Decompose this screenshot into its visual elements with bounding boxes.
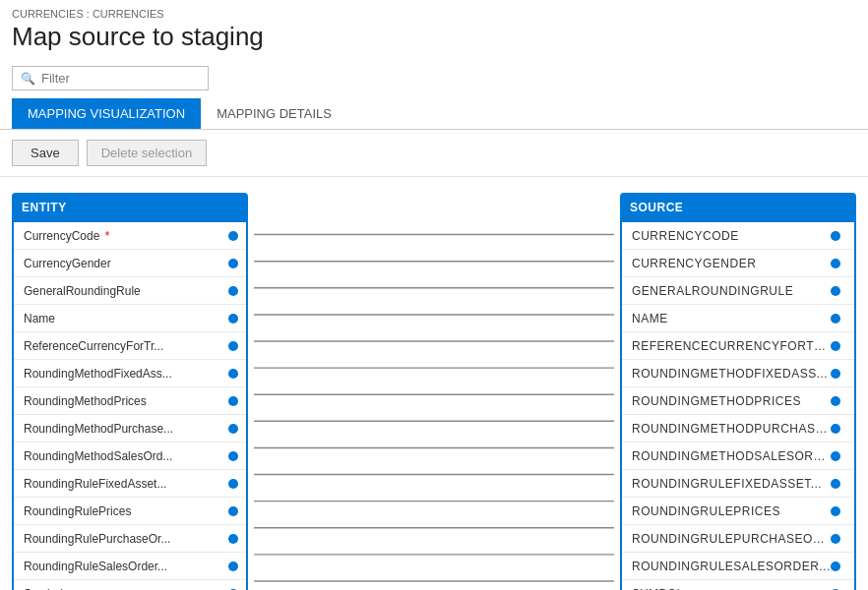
entity-row: CurrencyCode * <box>14 222 246 250</box>
entity-row-dot <box>228 341 238 351</box>
entity-row-dot <box>228 424 238 434</box>
entity-row: ReferenceCurrencyForTr... <box>14 332 246 360</box>
source-row-dot <box>831 369 840 379</box>
entity-row-label: RoundingRulePurchaseOr... <box>24 532 222 546</box>
entity-row: Name <box>14 305 246 332</box>
filter-input[interactable] <box>41 71 199 86</box>
source-row: NAME <box>622 305 854 332</box>
entity-row-dot <box>228 314 238 324</box>
source-row-dot <box>831 534 840 544</box>
entity-row-dot <box>228 369 238 379</box>
mapping-area: ENTITY CurrencyCode * CurrencyGender Gen… <box>0 177 868 590</box>
entity-row-label: GeneralRoundingRule <box>24 284 222 298</box>
source-row-label: ROUNDINGRULESALESORDER... <box>632 560 831 573</box>
source-row-label: CURRENCYGENDER <box>632 257 831 270</box>
breadcrumb: CURRENCIES : CURRENCIES <box>0 0 868 22</box>
entity-panel: ENTITY CurrencyCode * CurrencyGender Gen… <box>12 193 248 590</box>
entity-row: RoundingRuleSalesOrder... <box>14 553 246 580</box>
source-row: ROUNDINGRULESALESORDER... <box>622 553 854 580</box>
source-row-dot <box>831 506 840 516</box>
source-row-label: ROUNDINGRULEPRICES <box>632 504 831 518</box>
source-row: REFERENCECURRENCYFORTR... <box>622 332 854 360</box>
entity-row: RoundingRuleFixedAsset... <box>14 470 246 498</box>
page-title: Map source to staging <box>0 22 868 60</box>
source-panel-header: SOURCE <box>620 193 856 222</box>
source-row: GENERALROUNDINGRULE <box>622 277 854 305</box>
entity-row-label: ReferenceCurrencyForTr... <box>24 339 222 353</box>
entity-row-dot <box>228 259 238 268</box>
source-row: ROUNDINGRULEFIXEDASSET... <box>622 470 854 498</box>
source-row-dot <box>831 451 840 461</box>
connector-svg <box>248 193 620 590</box>
delete-selection-button[interactable]: Delete selection <box>87 140 208 166</box>
entity-row-label: RoundingMethodPrices <box>24 394 222 408</box>
entity-row-label: RoundingRulePrices <box>24 504 222 518</box>
source-row-label: ROUNDINGMETHODSALESORD... <box>632 449 831 463</box>
source-row-label: ROUNDINGRULEPURCHASEOR... <box>632 532 831 546</box>
source-row-dot <box>831 286 840 296</box>
entity-row: RoundingMethodPrices <box>14 387 246 415</box>
source-row-label: REFERENCECURRENCYFORTR... <box>632 339 831 353</box>
source-row: ROUNDINGMETHODFIXEDASS... <box>622 360 854 387</box>
search-icon: 🔍 <box>21 72 35 86</box>
source-row: ROUNDINGRULEPRICES <box>622 498 854 525</box>
required-star: * <box>101 229 109 243</box>
panels-container: ENTITY CurrencyCode * CurrencyGender Gen… <box>12 193 856 590</box>
entity-row-label: Name <box>24 312 222 325</box>
entity-row-dot <box>228 231 238 241</box>
entity-row-label: RoundingMethodPurchase... <box>24 422 222 436</box>
entity-row: RoundingRulePurchaseOr... <box>14 525 246 553</box>
source-row-dot <box>831 424 840 434</box>
entity-panel-rows: CurrencyCode * CurrencyGender GeneralRou… <box>12 222 248 590</box>
tab-mapping-details[interactable]: MAPPING DETAILS <box>201 98 347 129</box>
source-row-label: CURRENCYCODE <box>632 229 831 243</box>
source-panel-rows: CURRENCYCODE CURRENCYGENDER GENERALROUND… <box>620 222 856 590</box>
entity-row-dot <box>228 506 238 516</box>
entity-row-label: RoundingRuleFixedAsset... <box>24 477 222 491</box>
source-row-dot <box>831 479 840 489</box>
connector-lines-area <box>248 193 620 590</box>
entity-row-label: RoundingRuleSalesOrder... <box>24 560 222 573</box>
tab-mapping-visualization[interactable]: MAPPING VISUALIZATION <box>12 98 201 129</box>
entity-row-dot <box>228 286 238 296</box>
source-row: ROUNDINGMETHODPURCHASE... <box>622 415 854 442</box>
entity-row-label: RoundingMethodSalesOrd... <box>24 449 222 463</box>
source-row: SYMBOL <box>622 580 854 590</box>
source-row-label: ROUNDINGRULEFIXEDASSET... <box>632 477 831 491</box>
entity-row: Symbol <box>14 580 246 590</box>
filter-input-wrap[interactable]: 🔍 <box>12 66 209 90</box>
entity-row-dot <box>228 561 238 571</box>
source-row-label: NAME <box>632 312 831 325</box>
save-button[interactable]: Save <box>12 140 79 166</box>
source-row: ROUNDINGRULEPURCHASEOR... <box>622 525 854 553</box>
toolbar: Save Delete selection <box>0 130 868 177</box>
source-row-dot <box>831 259 840 268</box>
entity-row-label: CurrencyCode * <box>24 229 222 243</box>
entity-row-label: CurrencyGender <box>24 257 222 270</box>
source-row-dot <box>831 341 840 351</box>
entity-row-dot <box>228 396 238 406</box>
entity-row: RoundingMethodFixedAss... <box>14 360 246 387</box>
source-row-label: ROUNDINGMETHODPRICES <box>632 394 831 408</box>
source-row: ROUNDINGMETHODSALESORD... <box>622 442 854 470</box>
source-row-label: GENERALROUNDINGRULE <box>632 284 831 298</box>
entity-row: CurrencyGender <box>14 250 246 277</box>
entity-panel-header: ENTITY <box>12 193 248 222</box>
entity-row: GeneralRoundingRule <box>14 277 246 305</box>
source-row: CURRENCYCODE <box>622 222 854 250</box>
entity-row-dot <box>228 534 238 544</box>
entity-row: RoundingRulePrices <box>14 498 246 525</box>
entity-row: RoundingMethodSalesOrd... <box>14 442 246 470</box>
source-row-dot <box>831 231 840 241</box>
tabs: MAPPING VISUALIZATION MAPPING DETAILS <box>0 98 868 130</box>
source-row-dot <box>831 561 840 571</box>
source-row-label: ROUNDINGMETHODPURCHASE... <box>632 422 831 436</box>
source-row-label: ROUNDINGMETHODFIXEDASS... <box>632 367 831 381</box>
source-row: CURRENCYGENDER <box>622 250 854 277</box>
entity-row-dot <box>228 479 238 489</box>
source-row: ROUNDINGMETHODPRICES <box>622 387 854 415</box>
source-row-dot <box>831 314 840 324</box>
entity-row-dot <box>228 451 238 461</box>
entity-row: RoundingMethodPurchase... <box>14 415 246 442</box>
entity-row-label: RoundingMethodFixedAss... <box>24 367 222 381</box>
